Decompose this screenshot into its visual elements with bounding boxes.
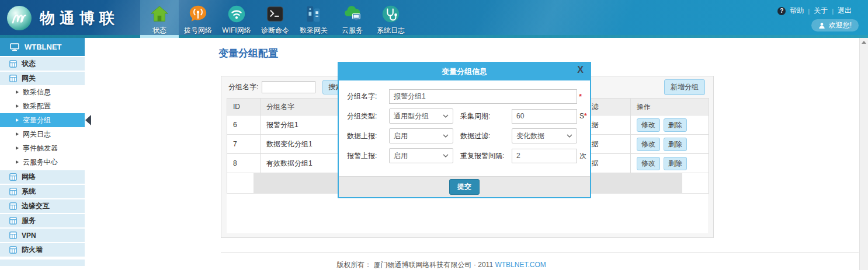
sidebar-item-label: 事件触发器 [23,143,58,153]
sidebar-subitem-variable-group[interactable]: 变量分组 [0,113,85,127]
collect-period-label: 采集周期: [460,111,512,121]
group-type-label: 分组类型: [347,111,389,121]
sidebar-subitem-data-config[interactable]: 数采配置 [0,99,85,113]
alarm-report-label: 报警上报: [347,151,389,161]
collect-period-input[interactable] [512,109,577,124]
repeat-interval-input[interactable] [512,149,577,163]
nav-item-wifi-network[interactable]: WIFI网络 [217,0,256,38]
logout-link[interactable]: 退出 [838,6,852,16]
sidebar-item-firewall[interactable]: 防火墙 [0,243,85,257]
required-star: * [579,93,582,101]
col-id: ID [227,99,261,115]
sidebar-item-label: 状态 [22,59,36,69]
sidebar-item-label: 网关 [22,73,36,83]
grid-icon [9,75,17,82]
arrow-right-icon [16,90,19,94]
dialup-network-icon [188,3,208,25]
about-link[interactable]: 关于 [814,6,828,16]
grid-icon [9,202,17,210]
arrow-right-icon [16,104,19,108]
sidebar-item-vpn[interactable]: VPN [0,229,85,242]
arrow-right-icon [16,146,19,150]
grid-icon [9,246,17,254]
modal-body: 分组名字: * 分组类型: 通用型分组 采集周期: S* 数据上报: 启用 [339,80,590,163]
sidebar-title-text: WTBLNET [25,43,62,51]
welcome-text: 欢迎您! [829,20,852,30]
nav-item-system-logs[interactable]: 系统日志 [371,0,410,38]
field-row-report-filter: 数据上报: 启用 数据过滤: 变化数据 [347,128,582,143]
data-filter-select[interactable]: 变化数据 [512,128,577,143]
data-filter-label: 数据过滤: [460,131,512,141]
group-type-value: 通用型分组 [394,111,429,121]
edit-button[interactable]: 修改 [637,157,660,170]
nav-item-diagnostic-command[interactable]: 诊断命令 [256,0,294,38]
chevron-down-icon [443,134,449,138]
sidebar-item-label: 数采信息 [23,87,51,97]
group-type-select[interactable]: 通用型分组 [389,108,453,124]
app-window: 物通博联 状态 拨号网络 WIFI网络 [0,0,868,270]
sidebar-item-label: 防火墙 [22,245,43,255]
sidebar-item-status[interactable]: 状态 [0,57,85,71]
page-title: 变量分组配置 [218,47,278,60]
chevron-down-icon [443,114,449,118]
vertical-scrollbar[interactable] [859,38,868,270]
home-icon [150,3,169,25]
header-bottom-band [0,35,868,38]
footer-link[interactable]: WTBLNET.COM [495,261,546,269]
nav-label: 云服务 [342,26,363,36]
submit-button[interactable]: 提交 [449,179,480,195]
alarm-report-value: 启用 [394,151,408,161]
group-name-label: 分组名字: [347,92,389,101]
edit-button[interactable]: 修改 [637,138,660,151]
edit-button[interactable]: 修改 [637,118,660,132]
sidebar-subitem-cloud-center[interactable]: 云服务中心 [0,155,85,169]
nav-item-cloud-service[interactable]: 云服务 [333,0,371,38]
delete-button[interactable]: 删除 [664,118,687,132]
delete-button[interactable]: 删除 [664,157,687,170]
help-question-icon: ? [777,7,786,15]
repeat-interval-unit: 次 [579,151,586,161]
sidebar-header: WTBLNET [0,38,85,56]
nav-item-status[interactable]: 状态 [140,0,179,38]
link-divider: | [832,8,834,15]
sidebar-item-gateway[interactable]: 网关 [0,72,85,85]
cell-id: 8 [227,154,261,173]
data-report-select[interactable]: 启用 [389,128,453,143]
footer-divider [221,253,859,253]
arrow-right-icon [16,160,19,164]
sidebar-subitem-event-trigger[interactable]: 事件触发器 [0,141,85,155]
data-report-value: 启用 [394,131,408,141]
chevron-down-icon [567,134,572,138]
cell-id: 6 [227,115,261,135]
add-group-button[interactable]: 新增分组 [664,79,705,95]
nav-label: 系统日志 [377,26,405,36]
search-input[interactable] [262,81,315,93]
scroll-up-icon[interactable] [862,41,866,44]
terminal-icon [265,3,285,25]
alarm-report-select[interactable]: 启用 [389,148,453,163]
sidebar-subitem-gateway-log[interactable]: 网关日志 [0,127,85,141]
monitor-icon [10,43,19,51]
sidebar-item-label: 云服务中心 [23,157,58,167]
sidebar-subitem-data-info[interactable]: 数采信息 [0,85,85,99]
cloud-icon [342,3,362,25]
sidebar-item-network[interactable]: 网络 [0,170,85,184]
cell-actions: 修改删除 [630,115,709,135]
nav-item-dialup-network[interactable]: 拨号网络 [179,0,217,38]
nav-item-data-gateway[interactable]: 数采网关 [294,0,333,38]
sidebar-item-service[interactable]: 服务 [0,214,85,227]
footer: 版权所有： 厦门物通博联网络科技有限公司 · 2011 WTBLNET.COM [85,260,798,270]
modal-header: 变量分组信息 X [339,63,590,80]
close-icon[interactable]: X [577,65,584,75]
help-link[interactable]: 帮助 [790,6,804,16]
col-actions: 操作 [630,99,709,115]
delete-button[interactable]: 删除 [664,138,687,151]
logo-sphere-icon [6,5,33,31]
chevron-down-icon [443,154,449,157]
sidebar-item-edge-interaction[interactable]: 边缘交互 [0,199,85,213]
sidebar-item-system[interactable]: 系统 [0,185,85,198]
nav-label: 拨号网络 [184,26,212,36]
welcome-badge[interactable]: 欢迎您! [811,19,859,31]
group-name-input[interactable] [389,89,577,104]
nav-label: 诊断命令 [261,26,289,36]
